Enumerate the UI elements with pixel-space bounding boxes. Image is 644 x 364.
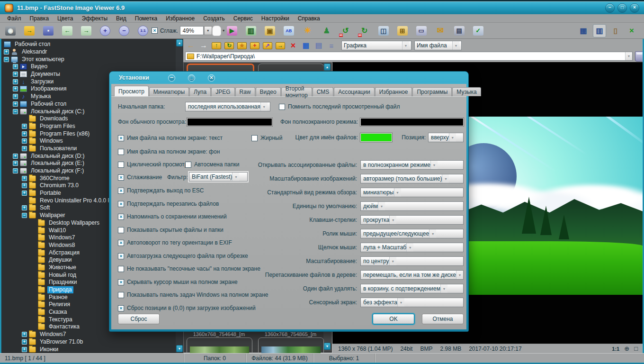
dialog-tab[interactable]: Второй монитор [281, 87, 312, 96]
prev-image-icon[interactable]: ← [61, 24, 74, 37]
expander-icon[interactable]: − [13, 168, 18, 173]
dialog-tab[interactable]: Ассоциации [334, 87, 374, 96]
fit-window-icon[interactable]: □ [634, 345, 638, 352]
dropdown[interactable]: дюйм▼ [360, 201, 464, 211]
menu-item[interactable]: Эффекты [78, 14, 112, 23]
address-bar[interactable]: F:\Wallpaper\Природа\ ▼ [185, 52, 633, 61]
checkbox[interactable] [118, 149, 124, 155]
dropdown[interactable]: перемещать, если на том же диске▼ [360, 270, 464, 280]
dialog-minimize-button[interactable]: − [168, 74, 175, 82]
dropdown[interactable]: по центру▼ [360, 256, 464, 266]
expander-icon[interactable]: + [13, 72, 18, 77]
tree-item[interactable]: +Иконки [1, 346, 175, 353]
expander-icon[interactable]: + [22, 176, 27, 181]
dropdown[interactable]: в полноэкранном режиме▼ [360, 160, 464, 170]
zoom-input[interactable]: 49% [180, 26, 204, 35]
convert-icon[interactable]: ✓ [472, 24, 485, 37]
favorites-folder-icon[interactable]: ★ [236, 40, 248, 51]
dialog-tab[interactable]: Программы [412, 87, 452, 96]
menu-item[interactable]: Избранное [161, 14, 199, 23]
dialog-tab[interactable]: Raw [235, 87, 255, 96]
checkbox[interactable] [251, 135, 258, 141]
expander-icon[interactable]: + [22, 146, 27, 151]
start-folder-dropdown[interactable]: последняя использованная ▼ [185, 102, 270, 111]
new-folder-icon[interactable]: + [249, 40, 260, 51]
reset-button[interactable]: Сброс [118, 314, 160, 324]
expander-icon[interactable]: − [4, 57, 9, 62]
expander-icon[interactable]: + [22, 131, 27, 136]
expander-icon[interactable]: + [13, 64, 18, 69]
dropdown[interactable]: прокрутка▼ [360, 215, 464, 225]
tree-item[interactable]: +Видео [1, 63, 175, 71]
open-file-icon[interactable]: → [23, 24, 36, 37]
scan-icon[interactable]: ▭ [415, 24, 428, 37]
expander-icon[interactable]: + [4, 49, 9, 55]
slideshow-icon[interactable]: ▶ [225, 24, 239, 37]
scroll-down-button[interactable]: ▼ [324, 343, 331, 350]
crop-board-icon[interactable]: ▣ [263, 24, 277, 37]
view-list-icon[interactable]: ≡ [326, 40, 337, 51]
expander-icon[interactable]: + [22, 347, 27, 352]
sort-dropdown[interactable]: Имя файла ▼ [414, 41, 462, 50]
dialog-tab[interactable]: CMS [313, 87, 334, 96]
layout-browser-icon[interactable]: ▥ [593, 24, 606, 37]
dialog-tab[interactable]: Избранное [375, 87, 412, 96]
expander-icon[interactable]: + [22, 183, 27, 188]
close-button[interactable]: × [630, 3, 639, 13]
pan-icon[interactable]: ⊕ [624, 345, 629, 352]
print-icon[interactable]: ▤ [453, 24, 466, 37]
checkbox[interactable] [279, 104, 285, 110]
back-icon[interactable]: ← [185, 40, 197, 51]
clone-stamp-icon[interactable]: ♟ [320, 24, 333, 37]
tree-item[interactable]: −Этот компьютер [1, 55, 175, 63]
expander-icon[interactable]: − [13, 109, 18, 114]
expander-icon[interactable]: + [22, 205, 27, 210]
thumbnail[interactable] [187, 337, 252, 353]
menu-item[interactable]: Создать [199, 14, 229, 23]
file-filter-dropdown[interactable]: Графика ▼ [341, 41, 411, 50]
expander-icon[interactable]: + [22, 191, 27, 196]
dialog-tab[interactable]: Миниатюры [149, 87, 189, 96]
acquire-photo-icon[interactable]: ◉ [4, 24, 17, 37]
dialog-tab[interactable]: Лупа [189, 87, 211, 96]
expander-icon[interactable]: + [22, 332, 27, 337]
tree-item[interactable]: +Windows7 [1, 331, 175, 338]
checkbox[interactable]: × [118, 135, 124, 141]
adjust-lighting-icon[interactable]: ☀ [301, 24, 314, 37]
scroll-up-button[interactable]: ▲ [324, 64, 331, 71]
next-image-icon[interactable]: → [80, 24, 93, 37]
tree-item[interactable]: +YaBrowser 71.0b [1, 338, 175, 346]
scroll-down-button[interactable]: ▼ [176, 345, 183, 352]
thumbnail[interactable] [258, 337, 324, 353]
copy-move-icon[interactable]: ⊞ [396, 24, 409, 37]
expander-icon[interactable]: + [13, 101, 18, 107]
layout-viewer-icon[interactable]: ▯ [609, 24, 622, 37]
dialog-tab[interactable]: Видео [256, 87, 281, 96]
email-icon[interactable]: ✉ [434, 24, 447, 37]
menu-item[interactable]: Вид [112, 14, 131, 23]
cancel-button[interactable]: Отмена [422, 314, 464, 324]
view-details-icon[interactable]: ▤ [313, 40, 324, 51]
tree-item[interactable]: Рабочий стол [1, 41, 175, 48]
dropdown[interactable]: лупа + Масштаб▼ [360, 243, 464, 252]
refresh-icon[interactable]: ↻ [224, 40, 235, 51]
ok-button[interactable]: OK [373, 314, 414, 324]
delete-icon[interactable]: × [287, 40, 299, 51]
draw-board-icon[interactable]: AB [282, 24, 295, 37]
dialog-restore-button[interactable]: □ [188, 74, 195, 82]
expander-icon[interactable]: + [22, 124, 27, 129]
expander-icon[interactable]: − [22, 213, 27, 218]
minimize-button[interactable]: − [605, 3, 615, 13]
menu-item[interactable]: Пометка [131, 14, 162, 23]
tree-item[interactable]: +Aleksandr [1, 48, 175, 56]
dropdown[interactable]: без эффекта▼ [360, 298, 464, 307]
dialog-close-button[interactable]: × [208, 74, 215, 82]
restore-button[interactable]: □ [617, 3, 627, 13]
zoom-dropdown-button[interactable]: ▼ [204, 26, 212, 35]
move-to-folder-icon[interactable]: ↗ [262, 40, 273, 51]
expander-icon[interactable]: + [22, 138, 27, 144]
menu-item[interactable]: Сервис [229, 14, 257, 23]
position-dropdown[interactable]: вверху ▼ [428, 133, 464, 142]
dialog-tab[interactable]: Музыка [452, 87, 481, 96]
menu-item[interactable]: Правка [26, 14, 54, 23]
